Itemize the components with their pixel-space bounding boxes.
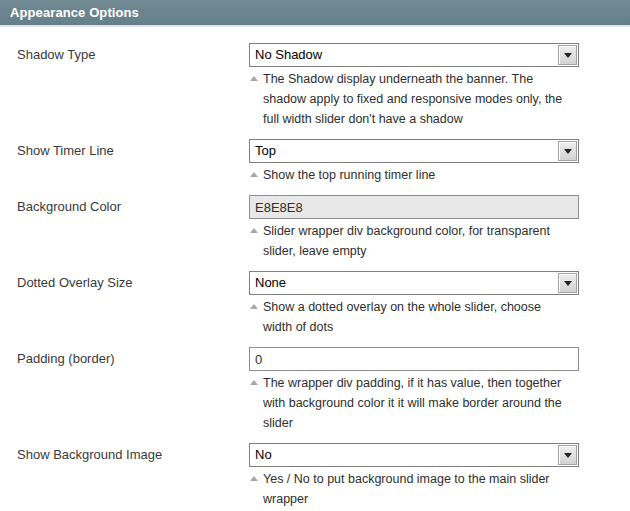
dotted-overlay-size-select[interactable]: None [249, 271, 579, 295]
padding-border-label: Padding (border) [17, 347, 249, 433]
chevron-down-icon [564, 53, 572, 58]
note-triangle-icon [250, 228, 258, 233]
field-note: The Shadow display underneath the banner… [249, 69, 571, 129]
section-header: Appearance Options [0, 0, 630, 27]
dropdown-arrow-icon[interactable] [558, 445, 577, 465]
show-timer-line-label: Show Timer Line [17, 139, 249, 185]
appearance-options-panel: Appearance Options Shadow Type No Shadow… [0, 0, 630, 511]
chevron-down-icon [564, 149, 572, 154]
field-note: Yes / No to put background image to the … [249, 469, 571, 509]
dropdown-arrow-icon[interactable] [558, 45, 577, 65]
note-triangle-icon [250, 304, 258, 309]
form-area: Shadow Type No Shadow The Shadow display… [0, 27, 630, 509]
form-row: Show Timer Line Top Show the top running… [17, 139, 630, 185]
field-value-cell: Top Show the top running timer line [249, 139, 581, 185]
note-triangle-icon [250, 380, 258, 385]
dotted-overlay-size-selected-value: None [255, 275, 286, 290]
padding-border-input[interactable] [249, 347, 579, 371]
field-value-cell: The wrapper div padding, if it has value… [249, 347, 581, 433]
show-timer-line-selected-value: Top [255, 143, 276, 158]
form-row: Dotted Overlay Size None Show a dotted o… [17, 271, 630, 337]
field-value-cell: None Show a dotted overlay on the whole … [249, 271, 581, 337]
background-color-label: Background Color [17, 195, 249, 261]
section-title: Appearance Options [10, 5, 139, 20]
chevron-down-icon [564, 281, 572, 286]
shadow-type-select[interactable]: No Shadow [249, 43, 579, 67]
show-background-image-selected-value: No [255, 447, 272, 462]
form-row: Show Background Image No Yes / No to put… [17, 443, 630, 509]
field-note: The wrapper div padding, if it has value… [249, 373, 571, 433]
field-value-cell: Slider wrapper div background color, for… [249, 195, 581, 261]
note-text: Slider wrapper div background color, for… [263, 224, 550, 258]
shadow-type-selected-value: No Shadow [255, 47, 322, 62]
background-color-input[interactable] [249, 195, 579, 219]
field-value-cell: No Yes / No to put background image to t… [249, 443, 581, 509]
field-note: Show a dotted overlay on the whole slide… [249, 297, 571, 337]
show-timer-line-select[interactable]: Top [249, 139, 579, 163]
note-text: Show a dotted overlay on the whole slide… [263, 300, 541, 334]
show-background-image-label: Show Background Image [17, 443, 249, 509]
note-text: Yes / No to put background image to the … [263, 472, 550, 506]
dropdown-arrow-icon[interactable] [558, 141, 577, 161]
note-triangle-icon [250, 476, 258, 481]
note-text: Show the top running timer line [263, 168, 435, 182]
chevron-down-icon [564, 453, 572, 458]
note-text: The wrapper div padding, if it has value… [263, 376, 562, 430]
show-background-image-select[interactable]: No [249, 443, 579, 467]
dropdown-arrow-icon[interactable] [558, 273, 577, 293]
field-note: Show the top running timer line [249, 165, 571, 185]
shadow-type-label: Shadow Type [17, 43, 249, 129]
form-row: Padding (border) The wrapper div padding… [17, 347, 630, 433]
note-triangle-icon [250, 76, 258, 81]
note-text: The Shadow display underneath the banner… [263, 72, 562, 126]
form-row: Shadow Type No Shadow The Shadow display… [17, 43, 630, 129]
field-value-cell: No Shadow The Shadow display underneath … [249, 43, 581, 129]
dotted-overlay-size-label: Dotted Overlay Size [17, 271, 249, 337]
field-note: Slider wrapper div background color, for… [249, 221, 571, 261]
note-triangle-icon [250, 172, 258, 177]
form-row: Background Color Slider wrapper div back… [17, 195, 630, 261]
